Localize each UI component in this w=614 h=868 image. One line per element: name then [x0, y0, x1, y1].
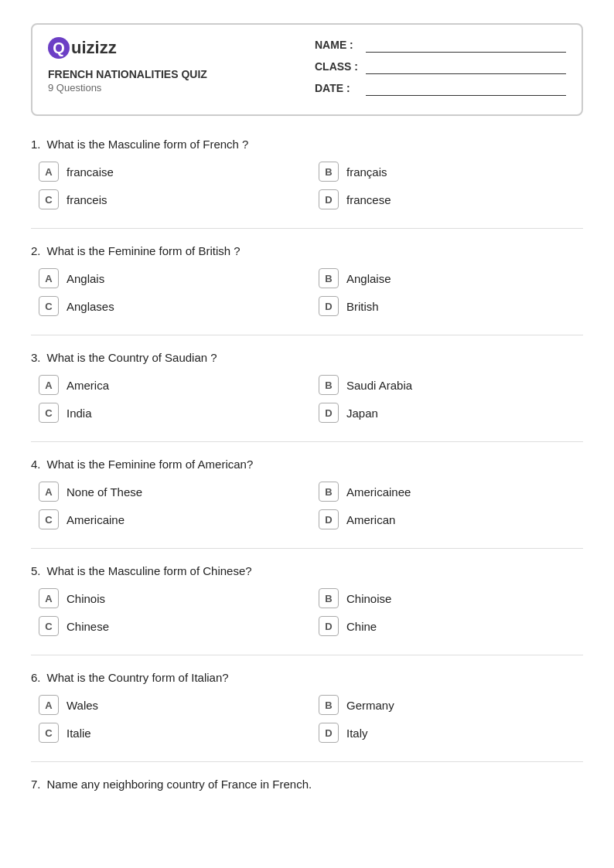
option-6-b[interactable]: BGermany — [319, 695, 583, 715]
question-text-7: Name any neighboring country of France i… — [47, 778, 312, 791]
question-text-2: What is the Feminine form of British ? — [47, 244, 240, 257]
options-grid-3: AAmericaBSaudi ArabiaCIndiaDJapan — [31, 375, 583, 423]
option-4-c[interactable]: CAmericaine — [39, 509, 303, 529]
option-letter-3-c: C — [39, 403, 59, 423]
option-letter-3-d: D — [319, 403, 339, 423]
divider-6 — [31, 761, 583, 762]
option-4-a[interactable]: ANone of These — [39, 482, 303, 502]
option-6-c[interactable]: CItalie — [39, 723, 303, 743]
option-letter-2-c: C — [39, 296, 59, 316]
divider-4 — [31, 548, 583, 549]
option-2-b[interactable]: BAnglaise — [319, 268, 583, 288]
option-letter-5-c: C — [39, 616, 59, 636]
option-letter-5-d: D — [319, 616, 339, 636]
question-number-6: 6. — [31, 671, 41, 684]
option-4-b[interactable]: BAmericainee — [319, 482, 583, 502]
option-letter-6-a: A — [39, 695, 59, 715]
question-number-1: 1. — [31, 138, 41, 151]
option-6-a[interactable]: AWales — [39, 695, 303, 715]
class-label: CLASS : — [315, 60, 361, 73]
name-field-row: NAME : — [315, 37, 566, 53]
option-letter-5-b: B — [319, 588, 339, 608]
option-2-d[interactable]: DBritish — [319, 296, 583, 316]
quiz-subtitle: 9 Questions — [48, 82, 299, 94]
option-text-1-c: franceis — [67, 193, 107, 206]
question-number-4: 4. — [31, 458, 41, 471]
option-6-d[interactable]: DItaly — [319, 723, 583, 743]
option-text-6-b: Germany — [346, 699, 394, 712]
logo: Quizizz — [48, 37, 299, 59]
option-2-c[interactable]: CAnglases — [39, 296, 303, 316]
option-text-6-d: Italy — [346, 727, 368, 740]
option-letter-4-a: A — [39, 482, 59, 502]
option-text-2-b: Anglaise — [346, 272, 391, 285]
option-1-b[interactable]: Bfrançais — [319, 162, 583, 182]
option-text-2-a: Anglais — [67, 272, 104, 285]
option-5-a[interactable]: AChinois — [39, 588, 303, 608]
options-grid-4: ANone of TheseBAmericaineeCAmericaineDAm… — [31, 482, 583, 529]
option-1-c[interactable]: Cfranceis — [39, 189, 303, 209]
divider-5 — [31, 655, 583, 655]
date-field-row: DATE : — [315, 80, 566, 96]
question-text-1: What is the Masculine form of French ? — [47, 138, 249, 151]
option-letter-3-a: A — [39, 375, 59, 395]
option-letter-3-b: B — [319, 375, 339, 395]
quiz-title: FRENCH NATIONALITIES QUIZ — [48, 68, 299, 80]
question-block-1: 1.What is the Masculine form of French ?… — [31, 138, 583, 209]
class-line[interactable] — [366, 59, 566, 74]
option-letter-6-c: C — [39, 723, 59, 743]
option-text-4-b: Americainee — [346, 485, 411, 499]
question-number-3: 3. — [31, 351, 41, 364]
date-line[interactable] — [366, 80, 566, 96]
question-text-4: What is the Feminine form of American? — [47, 458, 254, 471]
option-letter-5-a: A — [39, 588, 59, 608]
option-3-d[interactable]: DJapan — [319, 403, 583, 423]
question-text-6: What is the Country form of Italian? — [47, 671, 229, 684]
name-line[interactable] — [366, 37, 566, 53]
option-text-6-a: Wales — [67, 699, 98, 712]
option-text-4-d: American — [346, 513, 395, 526]
option-text-4-a: None of These — [67, 485, 142, 499]
option-letter-2-b: B — [319, 268, 339, 288]
option-text-3-b: Saudi Arabia — [346, 379, 412, 392]
question-text-5: What is the Masculine form of Chinese? — [47, 564, 252, 577]
option-text-5-d: Chine — [346, 620, 377, 633]
option-1-d[interactable]: Dfrancese — [319, 189, 583, 209]
question-number-2: 2. — [31, 244, 41, 257]
class-field-row: CLASS : — [315, 59, 566, 74]
options-grid-1: AfrancaiseBfrançaisCfranceisDfrancese — [31, 162, 583, 209]
option-text-6-c: Italie — [67, 727, 91, 740]
question-block-7: 7.Name any neighboring country of France… — [31, 778, 583, 802]
option-1-a[interactable]: Afrancaise — [39, 162, 303, 182]
option-text-3-c: India — [67, 407, 92, 420]
option-text-2-c: Anglases — [67, 300, 114, 313]
option-letter-1-b: B — [319, 162, 339, 182]
option-3-b[interactable]: BSaudi Arabia — [319, 375, 583, 395]
option-2-a[interactable]: AAnglais — [39, 268, 303, 288]
option-letter-1-a: A — [39, 162, 59, 182]
question-number-5: 5. — [31, 564, 41, 577]
option-text-5-a: Chinois — [67, 592, 105, 605]
option-3-a[interactable]: AAmerica — [39, 375, 303, 395]
option-4-d[interactable]: DAmerican — [319, 509, 583, 529]
option-5-d[interactable]: DChine — [319, 616, 583, 636]
question-text-3: What is the Country of Saudian ? — [47, 351, 217, 364]
divider-3 — [31, 441, 583, 442]
option-letter-2-a: A — [39, 268, 59, 288]
logo-text: uizizz — [71, 38, 117, 58]
option-5-c[interactable]: CChinese — [39, 616, 303, 636]
header-box: Quizizz FRENCH NATIONALITIES QUIZ 9 Ques… — [31, 23, 583, 116]
divider-1 — [31, 228, 583, 229]
question-block-2: 2.What is the Feminine form of British ?… — [31, 244, 583, 316]
date-label: DATE : — [315, 82, 361, 94]
option-letter-4-b: B — [319, 482, 339, 502]
logo-section: Quizizz FRENCH NATIONALITIES QUIZ 9 Ques… — [48, 37, 299, 94]
option-text-3-d: Japan — [346, 407, 378, 420]
option-text-5-b: Chinoise — [346, 592, 391, 605]
question-block-6: 6.What is the Country form of Italian?AW… — [31, 671, 583, 743]
question-block-3: 3.What is the Country of Saudian ?AAmeri… — [31, 351, 583, 423]
option-letter-6-d: D — [319, 723, 339, 743]
option-5-b[interactable]: BChinoise — [319, 588, 583, 608]
option-3-c[interactable]: CIndia — [39, 403, 303, 423]
name-label: NAME : — [315, 39, 361, 51]
